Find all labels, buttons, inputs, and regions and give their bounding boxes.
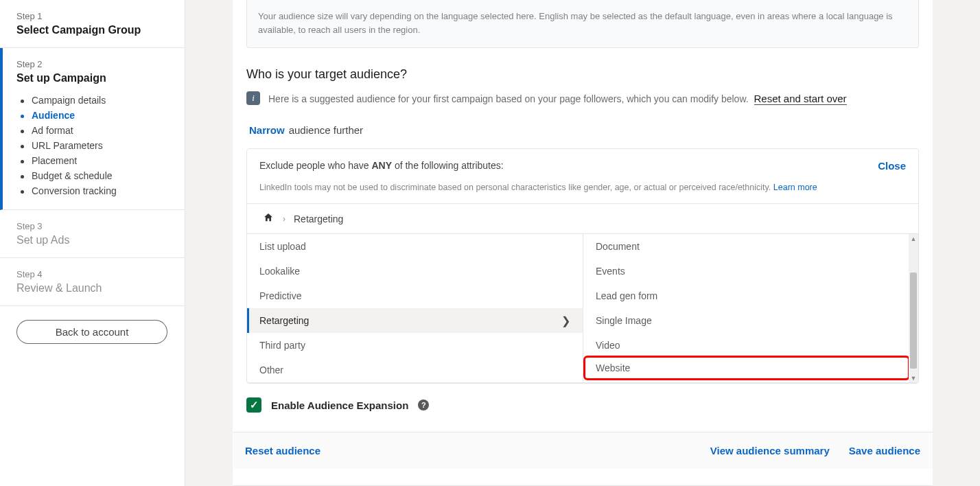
substep-placement[interactable]: Placement [21, 153, 168, 168]
substep-url-parameters[interactable]: URL Parameters [21, 138, 168, 153]
picker-item-list-upload[interactable]: List upload [247, 234, 583, 259]
scroll-down-icon[interactable]: ▼ [909, 373, 918, 382]
substep-campaign-details[interactable]: Campaign details [21, 93, 168, 108]
step-3-label: Step 3 [16, 221, 168, 231]
picker-item-lookalike[interactable]: Lookalike [247, 259, 583, 284]
scrollbar[interactable]: ▲ ▼ [909, 234, 918, 382]
close-link[interactable]: Close [878, 160, 906, 172]
reset-start-over-link[interactable]: Reset and start over [754, 93, 847, 105]
substep-conversion-tracking[interactable]: Conversion tracking [21, 183, 168, 198]
step-2-label: Step 2 [16, 59, 168, 69]
picker-item-other[interactable]: Other [247, 358, 583, 382]
picker-subitem-events[interactable]: Events [583, 259, 910, 284]
main: Your audience size will vary depending o… [185, 0, 980, 486]
reset-audience-link[interactable]: Reset audience [245, 445, 320, 456]
expansion-checkbox[interactable]: ✓ [246, 397, 261, 413]
breadcrumb-current: Retargeting [294, 213, 343, 224]
info-row: i Here is a suggested audience for your … [246, 91, 919, 105]
substep-ad-format[interactable]: Ad format [21, 123, 168, 138]
step-4-label: Step 4 [16, 269, 168, 279]
back-to-account-button[interactable]: Back to account [16, 320, 167, 344]
step-2-title: Set up Campaign [16, 72, 168, 84]
view-audience-summary-link[interactable]: View audience summary [710, 445, 830, 456]
exclude-breadcrumb: › Retargeting [247, 203, 918, 234]
picker-left: List upload Lookalike Predictive Retarge… [247, 234, 583, 382]
narrow-rest: audience further [289, 124, 363, 136]
picker-subitem-single-image[interactable]: Single Image [583, 308, 910, 333]
content-card: Your audience size will vary depending o… [233, 0, 933, 486]
audience-heading: Who is your target audience? [246, 67, 919, 82]
picker-subitem-lead-gen-form[interactable]: Lead gen form [583, 284, 910, 308]
language-note: Your audience size will vary depending o… [246, 0, 919, 48]
info-text: Here is a suggested audience for your fi… [268, 93, 749, 104]
attribute-picker: List upload Lookalike Predictive Retarge… [247, 234, 918, 383]
narrow-link[interactable]: Narrow [249, 124, 285, 136]
step-3-title: Set up Ads [16, 234, 168, 246]
home-icon[interactable] [262, 212, 275, 225]
expansion-label: Enable Audience Expansion [271, 400, 408, 411]
picker-right: Document Events Lead gen form Single Ima… [583, 234, 918, 382]
audience-expansion-row: ✓ Enable Audience Expansion ? [246, 384, 919, 432]
step-1-label: Step 1 [16, 11, 168, 21]
picker-subitem-website[interactable]: Website [583, 356, 910, 380]
learn-more-link[interactable]: Learn more [773, 183, 817, 192]
exclude-card: Exclude people who have ANY of the follo… [246, 148, 919, 384]
save-audience-link[interactable]: Save audience [849, 445, 920, 456]
exclude-header-text: Exclude people who have ANY of the follo… [259, 160, 504, 171]
step-4-title: Review & Launch [16, 282, 168, 294]
step-4[interactable]: Step 4 Review & Launch [0, 258, 185, 306]
step-2[interactable]: Step 2 Set up Campaign Campaign details … [0, 48, 185, 210]
scroll-up-icon[interactable]: ▲ [909, 234, 918, 243]
scrollbar-thumb[interactable] [910, 273, 917, 369]
step-2-substeps: Campaign details Audience Ad format URL … [16, 93, 168, 198]
help-icon[interactable]: ? [418, 400, 429, 410]
picker-item-third-party[interactable]: Third party [247, 333, 583, 358]
substep-budget-schedule[interactable]: Budget & schedule [21, 168, 168, 183]
step-1[interactable]: Step 1 Select Campaign Group [0, 0, 185, 48]
sidebar: Step 1 Select Campaign Group Step 2 Set … [0, 0, 185, 486]
picker-item-retargeting[interactable]: Retargeting ❯ [247, 308, 583, 333]
chevron-right-icon: › [283, 214, 285, 224]
substep-audience[interactable]: Audience [21, 108, 168, 123]
picker-item-predictive[interactable]: Predictive [247, 284, 583, 308]
step-3[interactable]: Step 3 Set up Ads [0, 210, 185, 258]
picker-subitem-document[interactable]: Document [583, 234, 910, 259]
exclude-disclaimer: LinkedIn tools may not be used to discri… [247, 176, 918, 203]
picker-subitem-video[interactable]: Video [583, 333, 910, 358]
narrow-row: Narrow audience further [233, 115, 933, 148]
step-1-title: Select Campaign Group [16, 24, 168, 36]
audience-footer: Reset audience View audience summary Sav… [233, 432, 933, 469]
info-icon: i [246, 91, 260, 105]
chevron-right-icon: ❯ [561, 314, 570, 327]
